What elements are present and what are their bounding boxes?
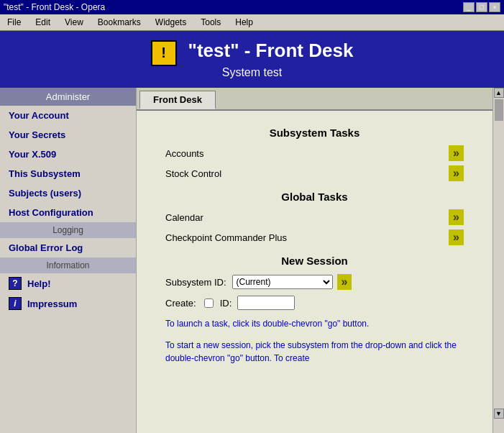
panel-body: Subsystem Tasks Accounts » Stock Control…: [137, 111, 492, 378]
main-panel: Front Desk Subsystem Tasks Accounts » St…: [137, 88, 492, 433]
info-text-2: To start a new session, pick the subsyst…: [151, 334, 478, 369]
info-text-1: To launch a task, click its double-chevr…: [151, 313, 478, 334]
task-row-calendar: Calendar »: [151, 207, 478, 227]
new-session-title: New Session: [151, 255, 478, 267]
new-session-create-row: Create: ID:: [151, 293, 478, 313]
create-label: Create:: [165, 298, 196, 309]
sidebar-information-label: Information: [0, 257, 136, 273]
help-label: Help!: [27, 278, 51, 289]
maximize-button[interactable]: □: [476, 2, 487, 12]
checkpoint-go-button[interactable]: »: [449, 229, 464, 245]
tab-front-desk[interactable]: Front Desk: [139, 91, 216, 109]
task-row-accounts: Accounts »: [151, 143, 478, 163]
sidebar-item-this-subsystem[interactable]: This Subsystem: [0, 164, 136, 183]
task-row-stock-control: Stock Control »: [151, 163, 478, 183]
menu-widgets[interactable]: Widgets: [151, 16, 191, 29]
app-header: ! "test" - Front Desk System test: [0, 31, 504, 88]
sidebar-item-help[interactable]: ? Help!: [0, 273, 136, 293]
task-stock-control-label: Stock Control: [165, 168, 449, 179]
task-row-checkpoint: Checkpoint Commander Plus »: [151, 227, 478, 247]
scroll-up-button[interactable]: ▲: [494, 88, 504, 98]
sidebar-item-your-secrets[interactable]: Your Secrets: [0, 125, 136, 145]
task-accounts-label: Accounts: [165, 148, 449, 159]
menu-edit[interactable]: Edit: [31, 16, 55, 29]
task-calendar-label: Calendar: [165, 212, 449, 223]
subsystem-select[interactable]: (Current): [232, 275, 333, 289]
subsystem-id-label: Subsystem ID:: [165, 277, 226, 288]
sidebar-logging-label: Logging: [0, 222, 136, 238]
accounts-go-button[interactable]: »: [449, 145, 464, 161]
sidebar-item-your-x509[interactable]: Your X.509: [0, 145, 136, 164]
app-container: ! "test" - Front Desk System test Admini…: [0, 31, 504, 433]
scroll-thumb[interactable]: [495, 99, 503, 121]
calendar-go-button[interactable]: »: [449, 209, 464, 225]
window-titlebar: "test" - Front Desk - Opera _ □ ×: [0, 0, 504, 14]
app-title: "test" - Front Desk: [188, 40, 354, 62]
sidebar-item-your-account[interactable]: Your Account: [0, 106, 136, 125]
create-checkbox[interactable]: [204, 298, 214, 308]
menu-bookmarks[interactable]: Bookmarks: [93, 16, 145, 29]
impressum-label: Impressum: [27, 298, 77, 309]
warning-icon: !: [151, 40, 177, 66]
stock-control-go-button[interactable]: »: [449, 165, 464, 181]
info-icon: i: [9, 297, 22, 310]
sidebar-item-host-configuration[interactable]: Host Configuration: [0, 203, 136, 222]
menubar: File Edit View Bookmarks Widgets Tools H…: [0, 14, 504, 31]
menu-help[interactable]: Help: [231, 16, 257, 29]
global-tasks-title: Global Tasks: [151, 191, 478, 203]
close-button[interactable]: ×: [489, 2, 500, 12]
titlebar-buttons: _ □ ×: [463, 2, 500, 12]
menu-view[interactable]: View: [60, 16, 88, 29]
subsystem-tasks-title: Subsystem Tasks: [151, 127, 478, 139]
id-input[interactable]: [237, 296, 295, 310]
new-session-go-button[interactable]: »: [337, 274, 352, 290]
menu-file[interactable]: File: [3, 16, 25, 29]
app-subtitle: System test: [9, 66, 495, 79]
menu-tools[interactable]: Tools: [196, 16, 225, 29]
sidebar-item-subjects-users[interactable]: Subjects (users): [0, 183, 136, 203]
new-session-subsystem-row: Subsystem ID: (Current) »: [151, 271, 478, 293]
sidebar: Administer Your Account Your Secrets You…: [0, 88, 137, 433]
sidebar-item-impressum[interactable]: i Impressum: [0, 293, 136, 314]
content-area: Administer Your Account Your Secrets You…: [0, 88, 504, 433]
sidebar-item-global-error-log[interactable]: Global Error Log: [0, 238, 136, 257]
id-label: ID:: [220, 298, 232, 309]
sidebar-administer-header: Administer: [0, 88, 136, 106]
minimize-button[interactable]: _: [463, 2, 475, 12]
scrollbar-right: ▲ ▼: [492, 88, 504, 433]
task-checkpoint-label: Checkpoint Commander Plus: [165, 232, 449, 243]
tabs-bar: Front Desk: [137, 88, 492, 111]
help-icon: ?: [9, 277, 22, 290]
scroll-down-button[interactable]: ▼: [494, 409, 504, 419]
window-title: "test" - Front Desk - Opera: [4, 2, 105, 12]
